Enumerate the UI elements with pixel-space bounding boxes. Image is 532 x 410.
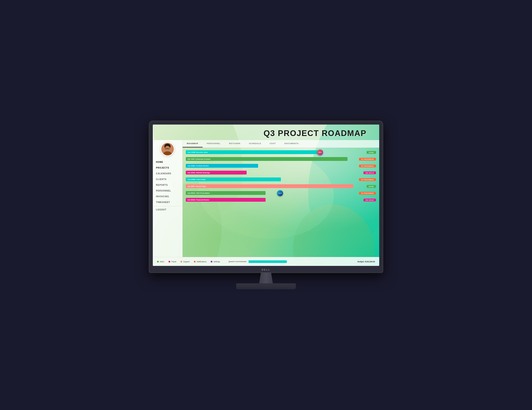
gantt-row: Job 23698: Client IntakeIN PROGRESS bbox=[186, 177, 376, 182]
gantt-bar[interactable]: Job 4568: Tutorial Pages bbox=[186, 184, 353, 188]
legend-notifications: Notifications bbox=[194, 261, 206, 263]
sidebar-item-calendars[interactable]: CALENDARS bbox=[153, 171, 182, 176]
status-badge: IN PROGRESS bbox=[359, 178, 376, 181]
monitor-bezel: Q3 PROJECT ROADMAP bbox=[149, 121, 383, 273]
status-badge: ON HOLD bbox=[363, 199, 376, 201]
gantt-bar[interactable]: Job 33581: Website Redesign bbox=[186, 171, 247, 174]
bottom-bar: Inbox Travel Support Notifications bbox=[153, 257, 379, 266]
monitor-screen: Q3 PROJECT ROADMAP bbox=[153, 125, 379, 266]
gantt-bar[interactable]: Job 33581: Portfolio Review bbox=[186, 164, 258, 168]
tab-retainer[interactable]: RETAINER bbox=[225, 140, 245, 147]
legend-dot-notifications bbox=[194, 261, 196, 263]
status-badge: DONE bbox=[367, 185, 376, 188]
sidebar-item-logout[interactable]: LOGOUT bbox=[153, 206, 182, 213]
legend-settings: Settings bbox=[211, 261, 220, 263]
gantt-bar[interactable]: Job 85641: CEO Presentation bbox=[186, 191, 266, 195]
legend-label-inbox: Inbox bbox=[160, 261, 164, 263]
legend-label-notifications: Notifications bbox=[197, 261, 206, 263]
gantt-row: Job 4568: Tutorial PagesDONE bbox=[186, 184, 376, 189]
gantt-marker: Send bbox=[317, 149, 323, 155]
status-badge: IN PROGRESS bbox=[359, 165, 376, 167]
bottom-center: Quarter Cost Estimate Budget: $105,256.6… bbox=[228, 260, 375, 263]
tab-schedule[interactable]: SCHEDULE bbox=[245, 140, 266, 147]
tab-roadmap[interactable]: ROADMAP bbox=[183, 140, 203, 147]
quarter-cost-label: Quarter Cost Estimate bbox=[228, 261, 247, 263]
status-badge: DONE bbox=[367, 151, 376, 154]
legend-label-support: Support bbox=[183, 261, 190, 263]
legend-travel: Travel bbox=[169, 261, 176, 263]
monitor-stand-neck bbox=[257, 273, 275, 283]
sidebar-item-projects[interactable]: PROJECTS bbox=[153, 165, 182, 171]
monitor-wrapper: Q3 PROJECT ROADMAP bbox=[149, 121, 383, 289]
gantt-bar[interactable]: Job 72558: Recruiter Sales bbox=[186, 150, 323, 154]
gantt-row: Job 33581: Portfolio ReviewIN PROGRESS bbox=[186, 164, 376, 169]
gantt-row: Job 33581: Website RedesignON HOLD bbox=[186, 170, 376, 175]
gantt-row: Job 85641: CEO PresentationCheckIN PROGR… bbox=[186, 191, 376, 196]
sidebar-item-reports[interactable]: REPORTS bbox=[153, 182, 182, 188]
tab-bar: ROADMAP PERSONNEL RETAINER SCHEDULE COST… bbox=[183, 140, 379, 148]
legend-label-travel: Travel bbox=[171, 261, 176, 263]
screen-content: Q3 PROJECT ROADMAP bbox=[153, 125, 379, 266]
budget-text: Budget: $105,256.69 bbox=[358, 261, 375, 263]
top-section: HOME PROJECTS CALENDARS CLIENTS REPORTS … bbox=[153, 140, 379, 257]
page-title: Q3 PROJECT ROADMAP bbox=[264, 129, 366, 138]
gantt-container: Job 72558: Recruiter SalesSendDONEJob 72… bbox=[183, 148, 379, 257]
tab-personnel[interactable]: PERSONNEL bbox=[203, 140, 225, 147]
status-badge: IN PROGRESS bbox=[359, 158, 376, 161]
gantt-bar[interactable]: Job 7235: Centennial Contract bbox=[186, 157, 348, 161]
tab-documents[interactable]: DOCUMENTS bbox=[280, 140, 303, 147]
legend-dot-travel bbox=[169, 261, 170, 263]
status-badge: IN PROGRESS bbox=[359, 192, 376, 195]
title-row: Q3 PROJECT ROADMAP bbox=[153, 125, 379, 140]
tab-cost[interactable]: COST bbox=[265, 140, 280, 147]
sidebar: HOME PROJECTS CALENDARS CLIENTS REPORTS … bbox=[153, 140, 183, 257]
legend-label-settings: Settings bbox=[213, 261, 220, 263]
sidebar-item-timesheet[interactable]: TIMESHEET bbox=[153, 199, 182, 205]
dell-logo: DELL bbox=[262, 268, 270, 271]
legend-dot-support bbox=[180, 261, 182, 263]
legend-dot-settings bbox=[211, 261, 212, 263]
sidebar-item-personnel[interactable]: PERSONNEL bbox=[153, 188, 182, 194]
avatar bbox=[161, 142, 174, 156]
legend-inbox: Inbox bbox=[157, 261, 164, 263]
gantt-row: Job 98564: Financial ReviewON HOLD bbox=[186, 197, 376, 202]
monitor-stand-base bbox=[236, 283, 296, 289]
main-content: ROADMAP PERSONNEL RETAINER SCHEDULE COST… bbox=[183, 140, 379, 257]
gantt-marker: Check bbox=[277, 190, 283, 196]
gantt-row: Job 72558: Recruiter SalesSendDONE bbox=[186, 150, 376, 155]
sidebar-item-invoicing[interactable]: INVOICING bbox=[153, 194, 182, 199]
sidebar-item-home[interactable]: HOME bbox=[153, 159, 182, 165]
legend-dot-inbox bbox=[157, 261, 159, 263]
gantt-bar[interactable]: Job 98564: Financial Review bbox=[186, 198, 266, 202]
gantt-row: Job 7235: Centennial ContractIN PROGRESS bbox=[186, 157, 376, 162]
gantt-bar[interactable]: Job 23698: Client Intake bbox=[186, 177, 281, 181]
budget-bar bbox=[248, 260, 287, 263]
status-badge: ON HOLD bbox=[363, 172, 376, 174]
legend-support: Support bbox=[180, 261, 190, 263]
sidebar-item-clients[interactable]: CLIENTS bbox=[153, 176, 182, 182]
